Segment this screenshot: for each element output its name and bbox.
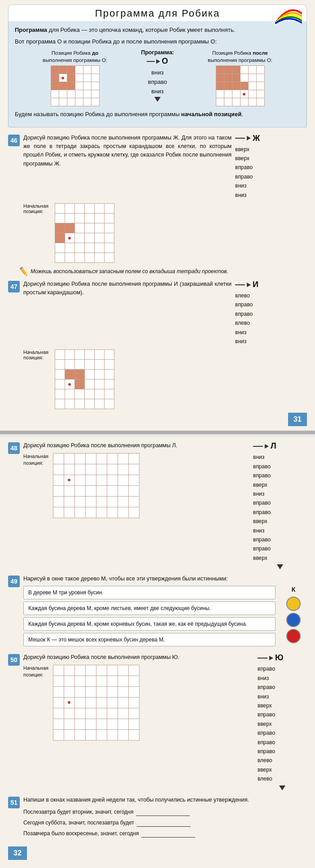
statement-4: Мешок К — это мешок всех корневых бусин … bbox=[23, 633, 276, 646]
prog-50-header: Ю bbox=[258, 653, 284, 663]
conclusion: Будем называть позицию Робика до выполне… bbox=[15, 110, 300, 119]
beads-k bbox=[286, 597, 301, 643]
task-47-grid bbox=[55, 349, 114, 409]
prog-label: Программа: bbox=[141, 49, 174, 56]
intro-line2: Вот программа О и позиции Робика до и по… bbox=[15, 37, 300, 46]
k-label: К bbox=[292, 586, 296, 593]
task-49-content: В дереве М три уровня бусин. Каждая буси… bbox=[23, 586, 307, 649]
after-grid-table bbox=[216, 65, 265, 106]
days-stmt-2: Сегодня суббота, значит, послезавтра буд… bbox=[23, 820, 134, 826]
bead-red bbox=[286, 629, 301, 643]
task-47: 47 Дорисуй позицию Робика после вы­полне… bbox=[8, 280, 307, 346]
statements-area: В дереве М три уровня бусин. Каждая буси… bbox=[23, 586, 276, 649]
bead-yellow bbox=[286, 597, 301, 611]
task-48: 48 Дорисуй позицию Робика после выполнен… bbox=[8, 441, 307, 570]
before-position: Позиция Робика довыполнения программы О: bbox=[15, 49, 135, 106]
task-51-text: Напиши в окнах названия дней недели так,… bbox=[23, 796, 307, 804]
intro-box: Программа для Робика — это цепочка коман… bbox=[8, 21, 307, 127]
task-51-body: Напиши в окнах названия дней недели так,… bbox=[23, 796, 307, 840]
prog-48-header: Л bbox=[253, 441, 276, 451]
task-47-grid-area: Начальнаяпозиция: bbox=[23, 349, 307, 409]
task-49-number: 49 bbox=[8, 576, 20, 587]
task-48-text: Дорисуй позицию Робика после выполнения … bbox=[23, 441, 249, 450]
intro-line1: Программа для Робика — это цепочка коман… bbox=[15, 26, 300, 35]
before-grid-table bbox=[51, 65, 100, 106]
task-48-grid-area: Начальнаяпозиция: bbox=[23, 453, 249, 518]
prog-48-letter: Л bbox=[271, 441, 276, 451]
statement-2: Каждая бусина дерева М, кроме листьев, и… bbox=[23, 602, 276, 615]
days-input-3[interactable] bbox=[141, 829, 195, 837]
program-box: Программа: О вниз вправо вниз bbox=[140, 49, 175, 103]
page-2-num: 32 bbox=[8, 846, 27, 860]
task-50-body: Дорисуй позицию Робика после выполнения … bbox=[23, 653, 254, 740]
task-50-text: Дорисуй позицию Робика после выполнения … bbox=[23, 653, 254, 662]
task-49-text: Нарисуй в окне такое дерево М, чтобы все… bbox=[23, 575, 307, 583]
page-divider bbox=[0, 431, 315, 434]
prog-50-steps: вправовнизвправовнизвверхвправовверхвпра… bbox=[258, 664, 275, 783]
prog-47-header: И bbox=[235, 280, 258, 289]
after-label: Позиция Робика послевыполнения программы… bbox=[208, 49, 272, 64]
task-49-body: Нарисуй в окне такое дерево М, чтобы все… bbox=[23, 575, 307, 649]
page-1-num: 31 bbox=[288, 413, 307, 426]
task-50-start-label: Начальнаяпозиция: bbox=[23, 665, 48, 679]
days-stmt-1: Послезавтра будет вторник, значит, сегод… bbox=[23, 809, 133, 815]
note-46: ✏️ Можешь воспользоваться запасным полем… bbox=[18, 266, 307, 276]
intro-positions: Позиция Робика довыполнения программы О:… bbox=[15, 49, 300, 106]
task-48-body: Дорисуй позицию Робика после выполнения … bbox=[23, 441, 249, 518]
prog-50-arrow bbox=[279, 785, 285, 790]
before-grid bbox=[51, 65, 100, 106]
task-50-grid-area: Начальнаяпозиция: bbox=[23, 665, 254, 741]
task-50-number: 50 bbox=[8, 654, 20, 666]
task-49: 49 Нарисуй в окне такое дерево М, чтобы … bbox=[8, 575, 307, 649]
prog-46-steps: вверхвверхвправовправовнизвниз bbox=[235, 145, 253, 200]
prog-48-arrow bbox=[277, 564, 283, 569]
page-2-footer: 32 bbox=[8, 846, 307, 860]
task-46-grid bbox=[55, 203, 114, 263]
task-51: 51 Напиши в окнах названия дней недели т… bbox=[8, 796, 307, 840]
task-48-grid bbox=[53, 453, 140, 518]
rainbow-icon bbox=[275, 7, 302, 24]
before-label: Позиция Робика довыполнения программы О: bbox=[43, 49, 107, 64]
days-input-2[interactable] bbox=[137, 819, 191, 827]
task-50-right: Ю вправовнизвправовнизвверхвправовверхвп… bbox=[258, 653, 307, 791]
task-47-right: И влевовправовправовлевовнизвниз bbox=[235, 280, 307, 346]
beads-panel: К bbox=[280, 586, 307, 649]
days-row-1: Послезавтра будет вторник, значит, сегод… bbox=[23, 808, 307, 816]
statement-1: В дереве М три уровня бусин. bbox=[23, 586, 276, 599]
task-46-grid-area: Начальнаяпозиция: bbox=[23, 203, 307, 263]
prog-arrow-name: О bbox=[147, 57, 168, 66]
days-row-2: Сегодня суббота, значит, послезавтра буд… bbox=[23, 819, 307, 827]
task-46-number: 46 bbox=[8, 135, 20, 146]
task-47-number: 47 bbox=[8, 281, 20, 292]
arrow-down bbox=[154, 97, 161, 102]
page-1: Программа для Робика Программа для Робик… bbox=[0, 0, 315, 431]
page-2: 48 Дорисуй позицию Робика после выполнен… bbox=[0, 437, 315, 868]
task-50: 50 Дорисуй позицию Робика после выполнен… bbox=[8, 653, 307, 791]
statement-3: Каждая бусина дерева М, кроме корневых б… bbox=[23, 617, 276, 631]
task-47-start-label: Начальнаяпозиция: bbox=[23, 349, 48, 361]
page-1-footer: 31 bbox=[8, 413, 307, 426]
task-46-right: Ж вверхвверхвправовправовнизвниз bbox=[235, 134, 307, 200]
task-46-start-label: Начальнаяпозиция: bbox=[23, 203, 48, 215]
task-51-number: 51 bbox=[8, 797, 20, 808]
task-50-grid bbox=[53, 665, 140, 741]
prog-46-header: Ж bbox=[235, 134, 260, 143]
prog-50-letter: Ю bbox=[275, 653, 284, 663]
days-stmt-3: Позавчера было воскресенье, значит, сего… bbox=[23, 830, 139, 837]
task-46: 46 Дорисуй позицию Робика после вы­полне… bbox=[8, 134, 307, 200]
prog-commands: вниз вправо вниз bbox=[148, 68, 167, 96]
prog-48-steps: внизвправовправовверхвнизвправовправовве… bbox=[253, 453, 271, 563]
task-47-text: Дорисуй позицию Робика после вы­полнения… bbox=[23, 280, 232, 297]
after-position: Позиция Робика послевыполнения программы… bbox=[180, 49, 300, 106]
task-46-text: Дорисуй позицию Робика после вы­полнения… bbox=[23, 134, 232, 169]
days-row-3: Позавчера было воскресенье, значит, сего… bbox=[23, 829, 307, 837]
after-grid bbox=[216, 65, 265, 106]
task-48-number: 48 bbox=[8, 442, 20, 454]
pencil-icon: ✏️ bbox=[18, 266, 28, 276]
task-48-right: Л внизвправовправовверхвнизвправовправов… bbox=[253, 441, 307, 570]
prog-46-letter: Ж bbox=[253, 134, 260, 143]
prog-47-letter: И bbox=[253, 280, 258, 289]
bead-blue bbox=[286, 613, 301, 627]
days-input-1[interactable] bbox=[136, 808, 190, 816]
page-title: Программа для Робика bbox=[8, 4, 307, 21]
